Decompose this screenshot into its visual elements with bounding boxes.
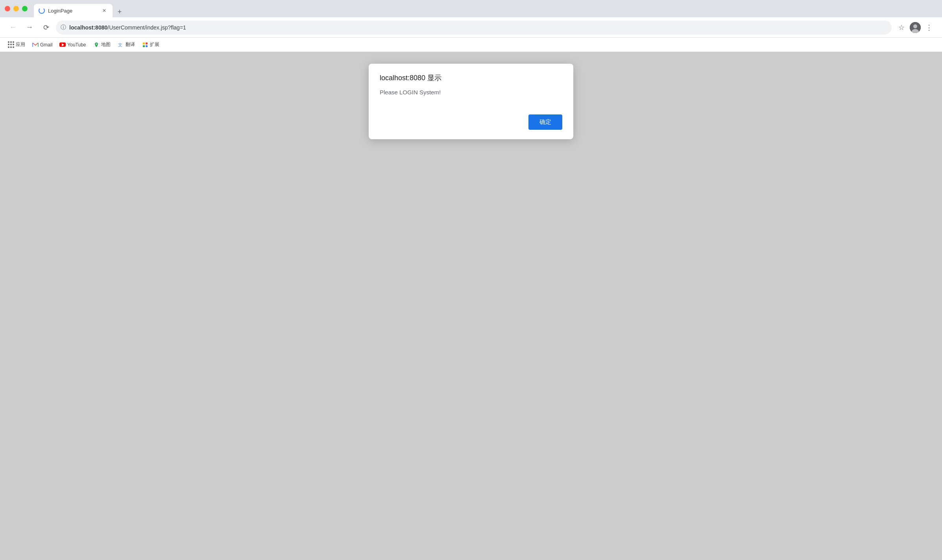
youtube-icon (59, 42, 66, 48)
bookmark-apps-label: 应用 (16, 41, 25, 48)
dialog-overlay: localhost:8080 显示 Please LOGIN System! 确… (0, 52, 942, 560)
bookmark-apps[interactable]: 应用 (5, 40, 28, 50)
bookmark-more[interactable]: 扩展 (139, 40, 163, 50)
bookmark-translate[interactable]: 文 翻译 (115, 40, 138, 50)
bookmark-gmail-label: Gmail (40, 42, 52, 48)
svg-rect-8 (146, 45, 148, 47)
svg-rect-6 (146, 42, 148, 44)
bookmark-maps[interactable]: 地图 (90, 40, 114, 50)
gmail-icon (32, 42, 39, 48)
url-path: /UserComment/index.jsp?flag=1 (107, 24, 186, 31)
translate-icon: 文 (118, 42, 124, 48)
titlebar: LoginPage ✕ + (0, 0, 942, 17)
traffic-lights (5, 6, 28, 11)
bookmarks-bar: 应用 Gmail YouTube 地图 (0, 38, 942, 52)
page-content: localhost:8080 显示 Please LOGIN System! 确… (0, 52, 942, 560)
dialog-footer: 确定 (380, 114, 562, 130)
maximize-window-button[interactable] (22, 6, 28, 11)
bookmark-translate-label: 翻译 (126, 41, 135, 48)
more-options-button[interactable]: ⋮ (922, 21, 936, 34)
reload-button[interactable]: ⟳ (39, 21, 53, 34)
nav-right-controls: ☆ ⋮ (895, 21, 936, 34)
tab-loading-icon (39, 7, 45, 14)
tab-title: LoginPage (48, 8, 98, 14)
maps-icon (93, 42, 100, 48)
forward-button[interactable]: → (23, 21, 36, 34)
url-host: localhost:8080 (69, 24, 107, 31)
tab-close-button[interactable]: ✕ (101, 7, 108, 14)
back-button[interactable]: ← (6, 21, 20, 34)
active-tab[interactable]: LoginPage ✕ (34, 4, 113, 17)
svg-rect-5 (143, 42, 145, 44)
more-bookmarks-icon (142, 42, 148, 48)
dialog-title: localhost:8080 显示 (380, 73, 562, 83)
minimize-window-button[interactable] (13, 6, 19, 11)
secure-icon: ⓘ (61, 24, 66, 31)
bookmark-button[interactable]: ☆ (895, 21, 908, 34)
dialog-message: Please LOGIN System! (380, 89, 562, 96)
svg-text:文: 文 (118, 42, 122, 47)
apps-icon (8, 42, 14, 48)
dialog-ok-button[interactable]: 确定 (528, 114, 562, 130)
address-bar[interactable]: ⓘ localhost:8080/UserComment/index.jsp?f… (56, 20, 892, 35)
navbar: ← → ⟳ ⓘ localhost:8080/UserComment/index… (0, 17, 942, 38)
tab-bar: LoginPage ✕ + (34, 0, 937, 17)
bookmark-gmail[interactable]: Gmail (29, 40, 55, 50)
profile-avatar[interactable] (910, 22, 921, 33)
bookmark-youtube-label: YouTube (67, 42, 86, 48)
new-tab-button[interactable]: + (114, 6, 125, 17)
alert-dialog: localhost:8080 显示 Please LOGIN System! 确… (369, 64, 573, 139)
bookmark-maps-label: 地图 (101, 41, 111, 48)
url-text: localhost:8080/UserComment/index.jsp?fla… (69, 24, 887, 31)
svg-point-1 (913, 24, 917, 28)
close-window-button[interactable] (5, 6, 10, 11)
svg-rect-7 (143, 45, 145, 47)
bookmark-more-label: 扩展 (150, 41, 159, 48)
bookmark-youtube[interactable]: YouTube (56, 40, 89, 50)
